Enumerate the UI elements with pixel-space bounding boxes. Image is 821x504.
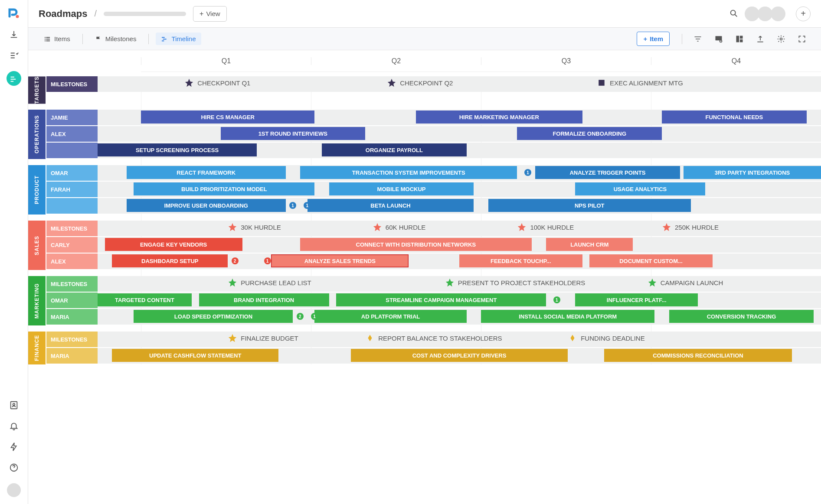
help-icon[interactable]: [9, 462, 19, 473]
milestone-item[interactable]: FINALIZE BUDGET: [228, 333, 298, 343]
timeline-bar[interactable]: ANALYZE SALES TRENDS: [271, 254, 409, 267]
timeline-bar[interactable]: DASHBOARD SETUP: [112, 254, 228, 267]
timeline-bar[interactable]: FEEDBACK TOUCHP...: [459, 254, 582, 267]
add-item-button[interactable]: +Item: [637, 32, 670, 46]
timeline-bar[interactable]: ENGAGE KEY VENDORS: [105, 238, 242, 251]
timeline-bar[interactable]: FUNCTIONAL NEEDS: [662, 111, 807, 124]
dependency-badge[interactable]: 1: [289, 202, 296, 209]
lane-row: MILESTONESPURCHASE LEAD LISTPRESENT TO P…: [46, 276, 821, 292]
timeline-bar[interactable]: MOBILE MOCKUP: [329, 182, 474, 195]
milestone-label: CHECKPOINT Q1: [197, 79, 250, 87]
quarter-header: Q4: [651, 57, 821, 65]
tab-timeline[interactable]: Timeline: [156, 33, 201, 45]
milestone-label: 30K HURDLE: [241, 224, 281, 231]
timeline-bar[interactable]: INFLUENCER PLATF...: [575, 293, 698, 306]
lane-track: CHECKPOINT Q1CHECKPOINT Q2EXEC ALIGNMENT…: [98, 76, 821, 92]
lane-label: FARAH: [46, 182, 98, 197]
layout-icon[interactable]: [735, 35, 744, 43]
fullscreen-icon[interactable]: [798, 35, 806, 43]
milestone-item[interactable]: 30K HURDLE: [228, 222, 281, 232]
swimlanes-container: TARGETSMILESTONESCHECKPOINT Q1CHECKPOINT…: [28, 76, 821, 364]
milestone-label: 250K HURDLE: [675, 224, 719, 231]
timeline-bar[interactable]: BETA LAUNCH: [307, 199, 474, 212]
milestone-item[interactable]: 250K HURDLE: [662, 222, 719, 232]
svg-rect-11: [162, 37, 165, 38]
timeline-bar[interactable]: CONVERSION TRACKING: [669, 310, 814, 323]
timeline-bar[interactable]: FORMALIZE ONBOARDING: [517, 127, 662, 140]
dependency-badge[interactable]: 2: [297, 313, 304, 320]
timeline-bar[interactable]: 1ST ROUND INTERVIEWS: [221, 127, 366, 140]
contacts-icon[interactable]: [9, 400, 19, 410]
timeline-bar[interactable]: 3RD PARTY INTEGRATIONS: [684, 166, 821, 179]
timeline-bar[interactable]: STREAMLINE CAMPAIGN MANAGEMENT: [336, 293, 546, 306]
milestone-item[interactable]: PURCHASE LEAD LIST: [228, 278, 311, 287]
milestone-item[interactable]: CAMPAIGN LAUNCH: [648, 278, 723, 287]
milestone-item[interactable]: PRESENT TO PROJECT STAKEHOLDERS: [445, 278, 585, 287]
lane-row: MILESTONES30K HURDLE60K HURDLE100K HURDL…: [46, 221, 821, 236]
milestone-item[interactable]: REPORT BALANCE TO STAKEHOLDERS: [365, 333, 502, 343]
milestone-item[interactable]: 100K HURDLE: [517, 222, 574, 232]
lane-group-targets: TARGETSMILESTONESCHECKPOINT Q1CHECKPOINT…: [28, 76, 821, 104]
timeline-bar[interactable]: HIRE MARKETING MANAGER: [416, 111, 582, 124]
timeline-bar[interactable]: INSTALL SOCIAL MEDIA PLATFORM: [481, 310, 654, 323]
timeline-bar[interactable]: IMPROVE USER ONBOARDING: [127, 199, 286, 212]
svg-point-19: [780, 38, 782, 40]
timeline-bar[interactable]: BUILD PRIORITIZATION MODEL: [134, 182, 314, 195]
tab-milestones[interactable]: Milestones: [90, 33, 142, 45]
lane-group-sales: SALESMILESTONES30K HURDLE60K HURDLE100K …: [28, 221, 821, 270]
view-toolbar: Items Milestones Timeline +Item: [28, 28, 821, 50]
timeline-bar[interactable]: TRANSACTION SYSTEM IMPROVEMENTS: [300, 166, 517, 179]
timeline-bar[interactable]: REACT FRAMEWORK: [127, 166, 286, 179]
timeline-bar[interactable]: SETUP SCREENING PROCESS: [98, 143, 257, 156]
export-icon[interactable]: [756, 35, 765, 43]
timeline-bar[interactable]: ORGANIZE PAYROLL: [322, 143, 467, 156]
svg-rect-6: [45, 39, 46, 39]
settings-icon[interactable]: [777, 35, 785, 43]
list-check-icon[interactable]: [9, 50, 19, 61]
timeline-bar[interactable]: AD PLATFORM TRIAL: [314, 310, 466, 323]
dependency-badge[interactable]: 1: [553, 296, 560, 303]
search-icon[interactable]: [729, 9, 739, 19]
collaborator-avatars[interactable]: [746, 7, 785, 21]
lane-row: IMPROVE USER ONBOARDINGBETA LAUNCHNPS PI…: [46, 198, 821, 214]
bell-icon[interactable]: [9, 421, 19, 431]
milestone-item[interactable]: EXEC ALIGNMENT MTG: [597, 78, 683, 88]
milestone-item[interactable]: CHECKPOINT Q1: [184, 78, 250, 88]
milestone-item[interactable]: 60K HURDLE: [373, 222, 426, 232]
timeline-bar[interactable]: CONNECT WITH DISTRIBUTION NETWORKS: [300, 238, 532, 251]
milestone-item[interactable]: CHECKPOINT Q2: [387, 78, 453, 88]
diamond-icon: [365, 333, 375, 343]
tab-items[interactable]: Items: [39, 33, 75, 45]
timeline-bar[interactable]: ANALYZE TRIGGER POINTS: [535, 166, 680, 179]
user-avatar[interactable]: [7, 483, 21, 497]
group-label: SALES: [28, 221, 46, 270]
timeline-bar[interactable]: USAGE ANALYTICS: [575, 182, 705, 195]
dependency-badge[interactable]: 1: [264, 257, 271, 264]
link-icon[interactable]: [714, 35, 723, 43]
lane-label: [46, 198, 98, 214]
svg-rect-9: [46, 39, 50, 39]
star-icon: [184, 78, 194, 88]
timeline-nav-icon[interactable]: [7, 71, 21, 86]
lane-row: SETUP SCREENING PROCESSORGANIZE PAYROLL: [46, 143, 821, 158]
download-icon[interactable]: [9, 29, 19, 40]
timeline-bar[interactable]: LAUNCH CRM: [546, 238, 633, 251]
timeline-bar[interactable]: HIRE CS MANAGER: [141, 111, 314, 124]
milestone-item[interactable]: FUNDING DEADLINE: [568, 333, 645, 343]
lane-group-finance: FINANCEMILESTONESFINALIZE BUDGETREPORT B…: [28, 332, 821, 364]
add-view-button[interactable]: +View: [193, 6, 227, 22]
add-collaborator-button[interactable]: +: [796, 7, 811, 21]
lane-label: MARIA: [46, 348, 98, 364]
timeline-bar[interactable]: UPDATE CASHFLOW STATEMENT: [112, 349, 278, 362]
timeline-bar[interactable]: TARGETED CONTENT: [98, 293, 192, 306]
filter-icon[interactable]: [693, 35, 702, 43]
timeline-bar[interactable]: NPS PILOT: [488, 199, 691, 212]
timeline-bar[interactable]: BRAND INTEGRATION: [199, 293, 329, 306]
timeline-bar[interactable]: LOAD SPEED OPTIMIZATION: [134, 310, 293, 323]
timeline-bar[interactable]: DOCUMENT CUSTOM...: [589, 254, 713, 267]
dependency-badge[interactable]: 2: [232, 257, 239, 264]
dependency-badge[interactable]: 1: [524, 169, 531, 176]
timeline-bar[interactable]: COST AND COMPLEXITY DRIVERS: [351, 349, 568, 362]
timeline-bar[interactable]: COMMISSIONS RECONCILIATION: [604, 349, 792, 362]
bolt-icon[interactable]: [9, 442, 19, 452]
